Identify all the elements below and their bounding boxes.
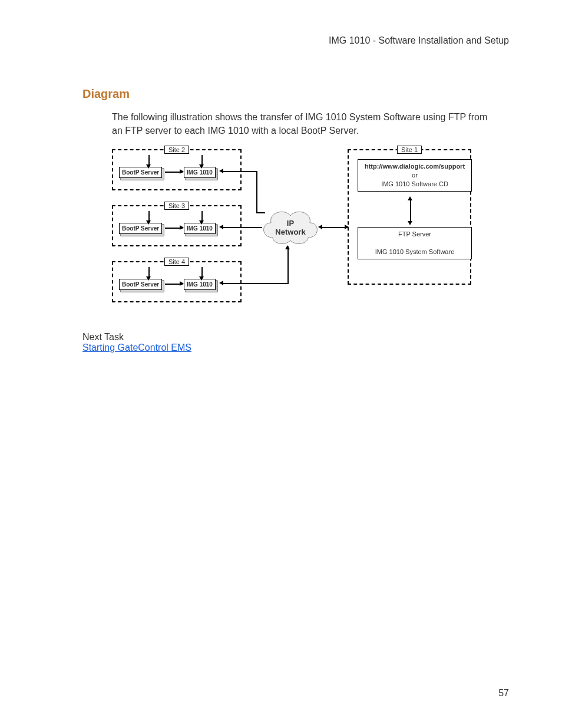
site3-label: Site 3	[164, 202, 189, 210]
cloud-text-2: Network	[275, 228, 305, 236]
next-task-label: Next Task	[82, 332, 509, 342]
site4-label: Site 4	[164, 258, 189, 266]
cloud-text-1: IP	[287, 219, 294, 228]
ip-network-cloud: IP Network	[258, 205, 323, 249]
site2-label: Site 2	[164, 146, 189, 154]
site3-bootp-box: BootP Server	[119, 223, 162, 234]
page-number: 57	[498, 688, 509, 699]
software-source-box: http://www.dialogic.com/support or IMG 1…	[358, 159, 472, 192]
diagram-illustration: Site 2 BootP Server IMG 1010 Site 3 Boot…	[112, 149, 509, 308]
running-head: IMG 1010 - Software Installation and Set…	[53, 35, 509, 46]
site2-bootp-box: BootP Server	[119, 167, 162, 178]
next-task-link[interactable]: Starting GateControl EMS	[82, 342, 191, 353]
site4-bootp-box: BootP Server	[119, 279, 162, 290]
page: IMG 1010 - Software Installation and Set…	[0, 0, 562, 728]
ftp-server-box: FTP Server IMG 1010 System Software	[358, 227, 472, 259]
section-title: Diagram	[82, 87, 509, 101]
site1-label: Site 1	[397, 146, 422, 154]
intro-paragraph: The following illustration shows the tra…	[112, 110, 497, 137]
